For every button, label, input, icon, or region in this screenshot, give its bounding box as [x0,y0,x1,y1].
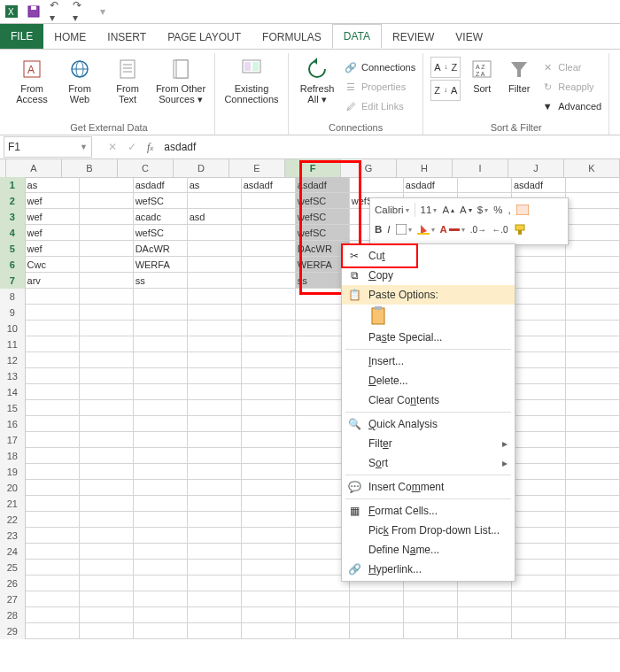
cell[interactable] [134,544,188,560]
row-header[interactable]: 16 [0,416,26,433]
ctx-copy[interactable]: ⧉Copy [342,266,515,285]
cell[interactable] [512,384,566,400]
fill-color-button[interactable]: ▾ [417,224,435,235]
column-header-H[interactable]: H [397,159,453,178]
row-header[interactable]: 15 [0,400,26,417]
cell[interactable] [188,575,242,591]
cell[interactable] [566,480,620,496]
row-header[interactable]: 24 [0,544,26,560]
row-header[interactable]: 5 [0,241,26,258]
row-header[interactable]: 29 [0,623,26,639]
cell[interactable] [512,623,566,639]
cell[interactable] [512,257,566,273]
ctx-delete[interactable]: Delete... [342,371,515,390]
cell[interactable] [188,273,242,289]
cell[interactable] [80,623,134,639]
properties-button[interactable]: ☰Properties [344,78,415,96]
cell[interactable]: wefSC [296,225,350,241]
cell[interactable] [296,607,350,623]
cell[interactable] [242,560,296,575]
cell[interactable] [512,448,566,464]
cell[interactable]: DAcWR [134,241,188,257]
cell[interactable] [26,352,80,368]
cell[interactable] [188,336,242,352]
cell-styles-icon[interactable] [516,205,529,215]
cell[interactable] [566,241,620,257]
cell[interactable] [566,352,620,368]
cell[interactable] [80,336,134,352]
cell[interactable] [404,591,458,607]
cell[interactable] [188,352,242,368]
tab-formulas[interactable]: FORMULAS [252,26,332,49]
formula-input[interactable]: asdadf [159,141,620,153]
cell[interactable]: wef [26,225,80,241]
cell[interactable] [26,448,80,464]
row-header[interactable]: 12 [0,352,26,369]
filter-button[interactable]: Filter [503,57,535,94]
undo-button[interactable]: ↶ ▾ [50,4,64,19]
cell[interactable] [242,193,296,209]
cell[interactable] [26,575,80,591]
cell[interactable] [242,273,296,289]
cell[interactable] [242,464,296,480]
cell[interactable] [188,416,242,432]
cell[interactable] [134,305,188,321]
cell[interactable] [80,512,134,528]
cell[interactable] [80,607,134,623]
cell[interactable] [512,352,566,368]
cell[interactable] [566,512,620,528]
cell[interactable] [512,432,566,448]
cell[interactable] [134,528,188,544]
cell[interactable]: asdadf [404,177,458,193]
font-size-dropdown[interactable]: 11 ▾ [421,205,438,215]
cell[interactable] [566,209,620,225]
cell[interactable] [350,607,404,623]
cell[interactable] [242,225,296,241]
row-header[interactable]: 3 [0,209,26,226]
cell[interactable] [80,591,134,607]
cell[interactable] [134,575,188,591]
cell[interactable] [134,368,188,384]
cell[interactable] [242,241,296,257]
cell[interactable] [242,321,296,336]
cell[interactable] [566,368,620,384]
cell[interactable] [134,448,188,464]
cell[interactable] [188,225,242,241]
text-to-columns-button[interactable]: Text toColumns [616,57,620,104]
ctx-sort[interactable]: Sort▸ [342,453,515,473]
decrease-font-icon[interactable]: A▾ [460,205,472,215]
column-header-J[interactable]: J [508,159,564,178]
percent-format-icon[interactable]: % [493,205,502,215]
row-header[interactable]: 27 [0,591,26,608]
cell[interactable]: wefSC [296,193,350,209]
cell[interactable] [566,225,620,241]
cell[interactable] [188,528,242,544]
cell[interactable] [458,591,512,607]
cell[interactable] [80,209,134,225]
cell[interactable]: wef [26,209,80,225]
cell[interactable] [134,432,188,448]
cell[interactable] [80,321,134,336]
cell[interactable] [566,528,620,544]
row-header[interactable]: 17 [0,432,26,449]
cell[interactable] [566,432,620,448]
cell[interactable] [188,193,242,209]
cell[interactable] [242,384,296,400]
cell[interactable] [242,352,296,368]
cell[interactable] [566,591,620,607]
cell[interactable] [512,336,566,352]
row-header[interactable]: 10 [0,321,26,337]
ctx-define-name[interactable]: Define Name... [342,540,515,560]
cell[interactable] [26,400,80,416]
ctx-format-cells[interactable]: ▦Format Cells... [342,501,515,521]
cell[interactable] [512,512,566,528]
cell[interactable] [512,591,566,607]
cell[interactable] [404,623,458,639]
tab-home[interactable]: HOME [43,26,97,49]
cell[interactable] [188,544,242,560]
row-header[interactable]: 4 [0,225,26,242]
tab-file[interactable]: FILE [0,24,43,49]
cell[interactable] [80,544,134,560]
cell[interactable] [350,177,404,193]
cell[interactable] [26,528,80,544]
